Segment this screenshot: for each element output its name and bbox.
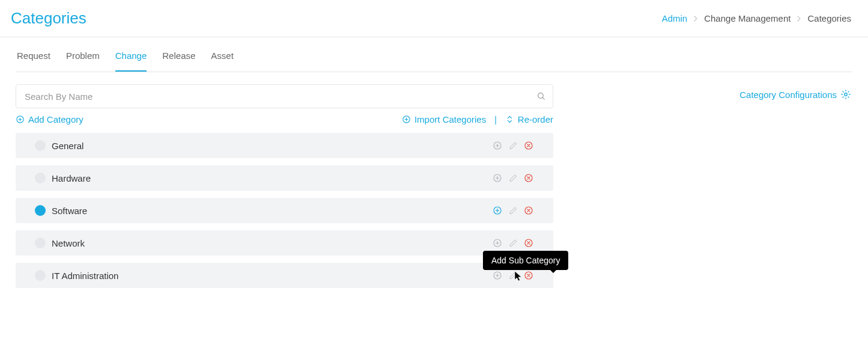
status-dot <box>35 205 46 216</box>
chevron-right-icon <box>693 15 698 22</box>
chevron-right-icon <box>797 15 801 22</box>
tab-problem[interactable]: Problem <box>66 37 100 72</box>
category-row[interactable]: IT Administration <box>16 263 553 288</box>
status-dot <box>35 140 46 151</box>
search-input[interactable] <box>16 84 553 108</box>
category-row[interactable]: Hardware <box>16 165 553 191</box>
tooltip-add-sub: Add Sub Category <box>483 251 568 270</box>
search-icon[interactable] <box>536 91 546 101</box>
edit-icon[interactable] <box>508 205 518 216</box>
plus-circle-icon <box>16 115 25 124</box>
edit-icon[interactable] <box>508 270 518 281</box>
breadcrumb: Admin Change Management Categories <box>662 13 851 23</box>
category-row[interactable]: General <box>16 133 553 158</box>
page-title: Categories <box>11 9 86 28</box>
status-dot <box>35 270 46 281</box>
breadcrumb-change-mgmt[interactable]: Change Management <box>704 13 791 23</box>
gear-icon <box>840 89 851 100</box>
status-dot <box>35 238 46 248</box>
tab-change[interactable]: Change <box>115 37 147 72</box>
add-sub-icon[interactable] <box>492 238 503 248</box>
category-label: Software <box>52 206 492 216</box>
status-dot <box>35 173 46 183</box>
breadcrumb-categories: Categories <box>807 13 851 23</box>
tab-release[interactable]: Release <box>162 37 195 72</box>
reorder-button[interactable]: Re-order <box>505 114 553 124</box>
add-sub-icon[interactable] <box>492 140 503 151</box>
separator: | <box>494 115 497 124</box>
category-label: General <box>52 141 492 151</box>
add-category-button[interactable]: Add Category <box>16 114 83 124</box>
edit-icon[interactable] <box>508 238 518 248</box>
category-configurations-link[interactable]: Category Configurations <box>739 89 851 100</box>
breadcrumb-admin[interactable]: Admin <box>662 13 688 23</box>
add-sub-icon[interactable] <box>492 205 503 216</box>
edit-icon[interactable] <box>508 140 518 151</box>
delete-icon[interactable] <box>523 205 534 216</box>
delete-icon[interactable] <box>523 270 534 281</box>
sort-icon <box>505 115 514 124</box>
plus-circle-icon <box>402 115 411 124</box>
category-label: Network <box>52 238 492 248</box>
import-categories-button[interactable]: Import Categories <box>402 114 486 124</box>
edit-icon[interactable] <box>508 173 518 183</box>
delete-icon[interactable] <box>523 140 534 151</box>
category-row[interactable]: Software <box>16 198 553 223</box>
category-label: Hardware <box>52 173 492 183</box>
add-sub-icon[interactable] <box>492 173 503 183</box>
delete-icon[interactable] <box>523 173 534 183</box>
add-sub-icon[interactable] <box>492 270 503 281</box>
delete-icon[interactable] <box>523 238 534 248</box>
category-label: IT Administration <box>52 271 492 281</box>
tab-request[interactable]: Request <box>17 37 50 72</box>
tabs: RequestProblemChangeReleaseAsset <box>16 37 852 72</box>
category-row[interactable]: Network <box>16 230 553 256</box>
svg-point-13 <box>845 93 848 96</box>
tab-asset[interactable]: Asset <box>211 37 234 72</box>
